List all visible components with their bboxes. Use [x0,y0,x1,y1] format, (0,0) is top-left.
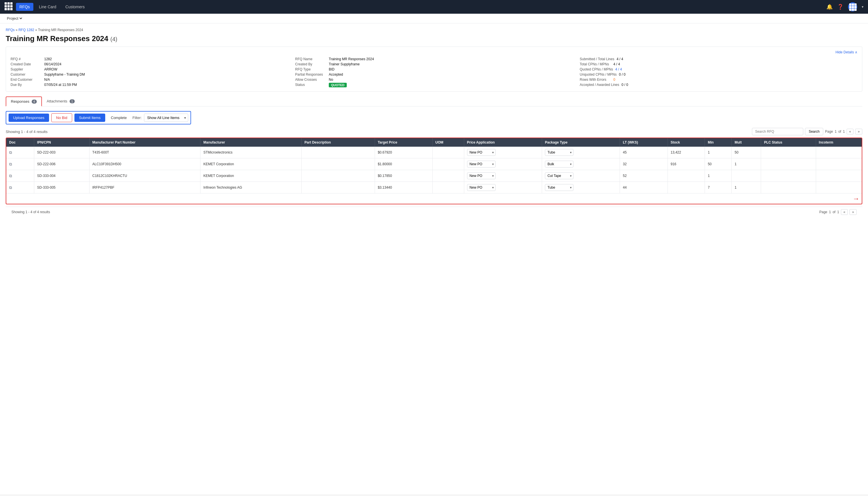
nav-line-card[interactable]: Line Card [36,3,60,11]
nav-rfqs[interactable]: RFQs [16,3,33,11]
col-incoterm: Incoterm [816,138,862,147]
bottom-page-label: Page [819,210,827,214]
cell-ipn-1: SD-222-006 [34,158,90,170]
details-left-col: RFQ # 1282 Created Date 06/14/2024 Suppl… [11,57,288,88]
price-application-select-2[interactable]: New PO [467,172,496,179]
cell-doc-1[interactable]: ⧉ [6,158,34,170]
cell-doc-2[interactable]: ⧉ [6,170,34,182]
project-bar: Project [0,14,868,24]
cell-doc-3[interactable]: ⧉ [6,182,34,193]
page-next-btn[interactable]: » [855,129,862,135]
bottom-page-info: Page 1 of 1 « » [819,209,856,215]
cell-min-3: 7 [705,182,732,193]
price-application-select-3[interactable]: New PO [467,184,496,191]
help-icon[interactable]: ❓ [837,4,843,10]
chevron-down-icon[interactable]: ▾ [862,5,864,9]
package-type-select-0[interactable]: Tube [545,149,574,156]
search-input[interactable] [752,128,803,135]
cell-uom-3 [432,182,464,193]
col-manufacturer: Manufacturer [200,138,302,147]
price-app-wrapper-3: New PO [467,184,496,191]
cell-mpn-2: C1812C102KHRACTU [89,170,200,182]
cell-ipn-0: SD-222-003 [34,147,90,158]
nav-customers[interactable]: Customers [62,3,88,11]
cell-stock-3 [668,182,705,193]
breadcrumb-rfq-link[interactable]: RFQ 1282 [18,28,34,32]
col-plc-status: PLC Status [761,138,816,147]
cell-price-app-3: New PO [464,182,542,193]
copy-icon-3[interactable]: ⧉ [9,185,12,190]
details-middle-col: RFQ Name Training MR Responses 2024 Crea… [295,57,573,88]
bottom-total-pages: 1 [837,210,839,214]
upload-responses-button[interactable]: Upload Responses [9,113,49,122]
bottom-page-num: 1 [829,210,831,214]
breadcrumb-sep2: » [34,28,38,32]
copy-icon-1[interactable]: ⧉ [9,162,12,166]
col-min: Min [705,138,732,147]
cell-mult-2 [732,170,761,182]
detail-customer: Customer Supplyframe - Training DM [11,72,288,77]
price-application-select-1[interactable]: New PO [467,161,496,168]
grid-menu-icon[interactable] [4,2,14,12]
cell-price-app-2: New PO [464,170,542,182]
user-avatar[interactable] [848,2,857,12]
actions-bar: Upload Responses No Bid Submit Items Com… [6,111,191,124]
cell-manufacturer-0: STMicroelectronics [200,147,302,158]
cell-target-price-3: $3.13440 [375,182,432,193]
cell-stock-2 [668,170,705,182]
tab-responses[interactable]: Responses 4 [6,96,42,106]
cell-manufacturer-2: KEMET Corporation [200,170,302,182]
cell-lt-0: 45 [620,147,668,158]
breadcrumb-rfqs[interactable]: RFQs [6,28,15,32]
of-label: of [838,129,841,134]
col-doc: Doc [6,138,34,147]
cell-manufacturer-1: KEMET Corporation [200,158,302,170]
cell-stock-0: 13,422 [668,147,705,158]
search-button[interactable]: Search [805,128,823,135]
filter-wrapper: Show All Line Items [144,113,188,122]
price-application-select-0[interactable]: New PO [467,149,496,156]
bottom-bar: Showing 1 - 4 of 4 results Page 1 of 1 «… [6,207,862,217]
cell-incoterm-3 [816,182,862,193]
cell-lt-2: 52 [620,170,668,182]
detail-rfq-num: RFQ # 1282 [11,57,288,62]
project-selector[interactable]: Project [6,16,23,21]
package-type-select-3[interactable]: Tube [545,184,574,191]
cell-plc-0 [761,147,816,158]
detail-status: Status QUOTED [295,82,573,88]
copy-icon-2[interactable]: ⧉ [9,173,12,178]
bottom-of-label: of [833,210,836,214]
page-label: Page [825,129,833,134]
cell-part-desc-2 [301,170,375,182]
cell-package-1: Bulk [542,158,620,170]
price-app-wrapper-0: New PO [467,149,496,156]
col-mpn: Manufacturer Part Number [89,138,200,147]
no-bid-button[interactable]: No Bid [51,113,72,122]
cell-plc-1 [761,158,816,170]
page-prev-btn[interactable]: « [847,129,854,135]
table-row: ⧉ SD-333-005 IRFP4127PBF Infineon Techno… [6,182,862,193]
total-pages: 1 [843,129,845,134]
table-row: ⧉ SD-222-006 ALC10F391DH500 KEMET Corpor… [6,158,862,170]
page-number: 1 [835,129,837,134]
filter-select[interactable]: Show All Line Items [144,113,188,122]
details-grid: RFQ # 1282 Created Date 06/14/2024 Suppl… [11,57,857,88]
col-mult: Mult [732,138,761,147]
scroll-right-arrow: → [6,193,862,204]
cell-part-desc-3 [301,182,375,193]
tab-attachments[interactable]: Attachments 1 [42,96,80,106]
package-type-select-2[interactable]: Cut Tape [545,172,574,179]
cell-doc-0[interactable]: ⧉ [6,147,34,158]
complete-button[interactable]: Complete [108,113,130,122]
hide-details-btn[interactable]: Hide Details ∧ [11,50,857,54]
notification-icon[interactable]: 🔔 [826,4,833,10]
cell-target-price-0: $0.67920 [375,147,432,158]
bottom-page-prev-btn[interactable]: « [841,209,848,215]
bottom-page-next-btn[interactable]: » [850,209,856,215]
cell-stock-1: 916 [668,158,705,170]
package-type-select-1[interactable]: Bulk [545,161,574,168]
submit-items-button[interactable]: Submit Items [75,113,105,122]
copy-icon-0[interactable]: ⧉ [9,150,12,155]
cell-part-desc-0 [301,147,375,158]
details-panel: Hide Details ∧ RFQ # 1282 Created Date 0… [6,47,862,92]
